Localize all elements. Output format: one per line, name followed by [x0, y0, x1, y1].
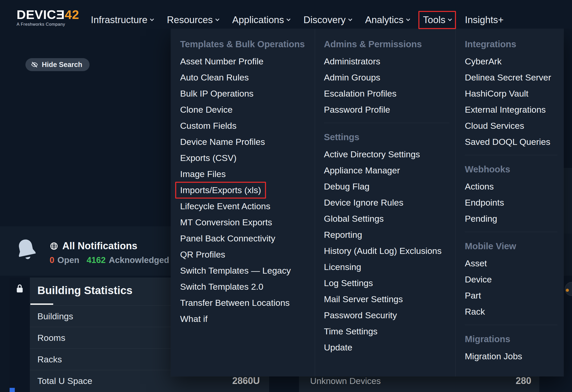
menu-item-history-audit-log-exclusions[interactable]: History (Audit Log) Exclusions: [324, 243, 455, 259]
active-tab-underline: [30, 303, 53, 305]
nav-item-analytics[interactable]: Analytics: [362, 12, 413, 28]
stat-row-value: 2860U: [232, 375, 260, 386]
menu-item-label: Auto Clean Rules: [180, 72, 249, 83]
menu-item-label: History (Audit Log) Exclusions: [324, 246, 442, 256]
menu-item-licensing[interactable]: Licensing: [324, 259, 455, 275]
menu-section-divider: [324, 123, 449, 123]
menu-item-label: HashiCorp Vault: [465, 89, 528, 99]
menu-item-what-if[interactable]: What if: [180, 311, 315, 327]
menu-item-pending[interactable]: Pending: [465, 211, 564, 227]
nav-item-insights[interactable]: Insights+: [461, 12, 507, 28]
menu-item-transfer-between-locations[interactable]: Transfer Between Locations: [180, 295, 315, 311]
menu-item-active-directory-settings[interactable]: Active Directory Settings: [324, 146, 455, 162]
menu-item-label: Endpoints: [465, 198, 504, 208]
menu-item-label: Licensing: [324, 262, 361, 272]
stat-row-label: Buildings: [37, 311, 73, 321]
tools-menu-column-3: IntegrationsCyberArkDelinea Secret Serve…: [455, 29, 564, 376]
menu-item-password-security[interactable]: Password Security: [324, 307, 455, 323]
menu-item-time-settings[interactable]: Time Settings: [324, 323, 455, 339]
menu-item-auto-clean-rules[interactable]: Auto Clean Rules: [180, 69, 315, 85]
menu-item-device-ignore-rules[interactable]: Device Ignore Rules: [324, 194, 455, 211]
partial-action-button[interactable]: [565, 282, 572, 296]
menu-item-label: Switch Templates — Legacy: [180, 266, 291, 276]
menu-item-delinea-secret-server[interactable]: Delinea Secret Server: [465, 69, 564, 85]
menu-item-mt-conversion-exports[interactable]: MT Conversion Exports: [180, 214, 315, 230]
brand-logo[interactable]: DEVICƎ42 A Freshworks Company: [17, 8, 79, 27]
menu-item-lifecycle-event-actions[interactable]: Lifecycle Event Actions: [180, 198, 315, 214]
menu-item-exports-csv[interactable]: Exports (CSV): [180, 150, 315, 166]
notifications-link[interactable]: All Notifications: [50, 240, 137, 252]
menu-item-label: CyberArk: [465, 56, 502, 66]
menu-item-saved-doql-queries[interactable]: Saved DOQL Queries: [465, 134, 564, 150]
menu-item-external-integrations[interactable]: External Integrations: [465, 102, 564, 118]
menu-item-label: Device: [465, 274, 492, 285]
notification-counts: 0 Open 4162 Acknowledged: [50, 255, 169, 265]
menu-section-title-templates-bulk-operations: Templates & Bulk Operations: [180, 38, 315, 50]
nav-item-infrastructure[interactable]: Infrastructure: [87, 12, 157, 28]
menu-item-endpoints[interactable]: Endpoints: [465, 194, 564, 211]
menu-item-actions[interactable]: Actions: [465, 178, 564, 194]
nav-item-tools[interactable]: Tools: [418, 11, 456, 29]
menu-item-update[interactable]: Update: [324, 339, 455, 355]
menu-item-rack[interactable]: Rack: [465, 303, 564, 320]
menu-item-panel-back-connectivity[interactable]: Panel Back Connectivity: [180, 230, 315, 246]
eye-off-icon: [31, 61, 38, 69]
menu-item-label: Transfer Between Locations: [180, 298, 290, 308]
tools-menu-column-2: Admins & PermissionsAdministratorsAdmin …: [315, 29, 455, 376]
acknowledged-label: Acknowledged: [109, 255, 169, 265]
menu-item-admin-groups[interactable]: Admin Groups: [324, 69, 455, 85]
menu-item-asset-number-profile[interactable]: Asset Number Profile: [180, 53, 315, 69]
open-count: 0: [50, 255, 54, 265]
menu-item-device-name-profiles[interactable]: Device Name Profiles: [180, 134, 315, 150]
nav-item-label: Discovery: [303, 15, 345, 25]
menu-item-switch-templates-legacy[interactable]: Switch Templates — Legacy: [180, 262, 315, 279]
menu-item-global-settings[interactable]: Global Settings: [324, 211, 455, 227]
nav-item-applications[interactable]: Applications: [229, 12, 294, 28]
menu-item-image-files[interactable]: Image Files: [180, 166, 315, 182]
nav-item-label: Infrastructure: [91, 15, 147, 25]
menu-item-bulk-ip-operations[interactable]: Bulk IP Operations: [180, 85, 315, 102]
menu-item-switch-templates-2-0[interactable]: Switch Templates 2.0: [180, 279, 315, 295]
menu-item-mail-server-settings[interactable]: Mail Server Settings: [324, 291, 455, 307]
menu-item-label: Device Name Profiles: [180, 137, 265, 147]
menu-item-log-settings[interactable]: Log Settings: [324, 275, 455, 291]
menu-item-migration-jobs[interactable]: Migration Jobs: [465, 348, 564, 364]
menu-item-hashicorp-vault[interactable]: HashiCorp Vault: [465, 85, 564, 102]
menu-item-label: Actions: [465, 181, 494, 192]
stat-row-label: Unknown Devices: [310, 376, 381, 386]
menu-item-debug-flag[interactable]: Debug Flag: [324, 178, 455, 194]
top-navbar: DEVICƎ42 A Freshworks Company Infrastruc…: [0, 0, 572, 29]
menu-item-device[interactable]: Device: [465, 271, 564, 287]
building-statistics-title: Building Statistics: [37, 284, 132, 297]
menu-item-custom-fields[interactable]: Custom Fields: [180, 118, 315, 134]
menu-item-label: Password Security: [324, 310, 397, 320]
menu-item-cyberark[interactable]: CyberArk: [465, 53, 564, 69]
menu-item-label: Switch Templates 2.0: [180, 282, 263, 292]
menu-item-label: Log Settings: [324, 278, 373, 288]
chevron-down-icon: [150, 17, 154, 21]
menu-item-part[interactable]: Part: [465, 287, 564, 303]
menu-item-qr-profiles[interactable]: QR Profiles: [180, 246, 315, 262]
menu-item-reporting[interactable]: Reporting: [324, 227, 455, 243]
menu-section-title-migrations: Migrations: [465, 333, 564, 345]
brand-word: DEVICƎ: [17, 8, 65, 22]
menu-item-imports-exports-xls[interactable]: Imports/Exports (xls): [180, 182, 315, 198]
menu-item-label: Mail Server Settings: [324, 294, 403, 304]
menu-item-escalation-profiles[interactable]: Escalation Profiles: [324, 85, 455, 102]
menu-item-appliance-manager[interactable]: Appliance Manager: [324, 162, 455, 178]
menu-section-divider: [465, 155, 557, 155]
menu-item-label: Delinea Secret Server: [465, 72, 551, 83]
menu-item-asset[interactable]: Asset: [465, 255, 564, 271]
nav-item-resources[interactable]: Resources: [163, 12, 222, 28]
menu-item-cloud-services[interactable]: Cloud Services: [465, 118, 564, 134]
menu-item-password-profile[interactable]: Password Profile: [324, 102, 455, 118]
menu-item-label: Migration Jobs: [465, 351, 522, 361]
menu-item-clone-device[interactable]: Clone Device: [180, 102, 315, 118]
menu-item-administrators[interactable]: Administrators: [324, 53, 455, 69]
menu-item-label: Escalation Profiles: [324, 89, 397, 99]
nav-item-discovery[interactable]: Discovery: [300, 12, 355, 28]
menu-item-label: What if: [180, 314, 208, 324]
menu-section-divider: [465, 325, 557, 325]
hide-search-button[interactable]: Hide Search: [25, 58, 90, 71]
bell-icon[interactable]: [13, 237, 39, 263]
